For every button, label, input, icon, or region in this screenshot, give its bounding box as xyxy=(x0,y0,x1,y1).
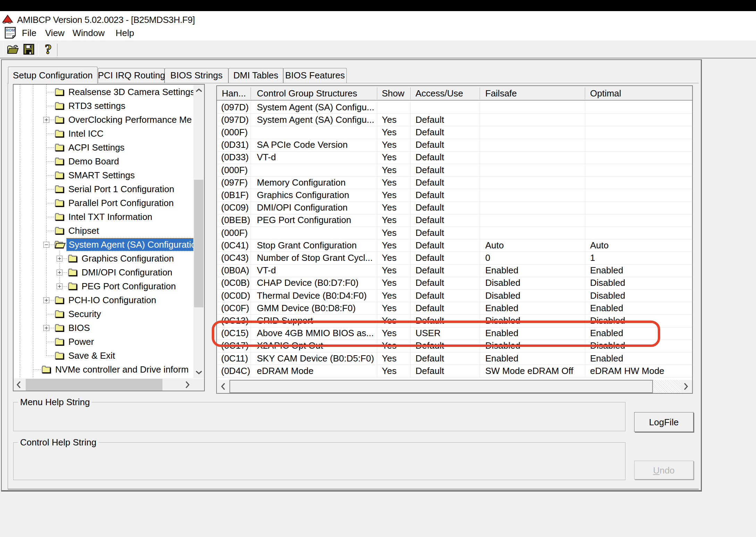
svg-text:?: ? xyxy=(45,43,52,56)
svg-text:ROM: ROM xyxy=(6,28,15,32)
